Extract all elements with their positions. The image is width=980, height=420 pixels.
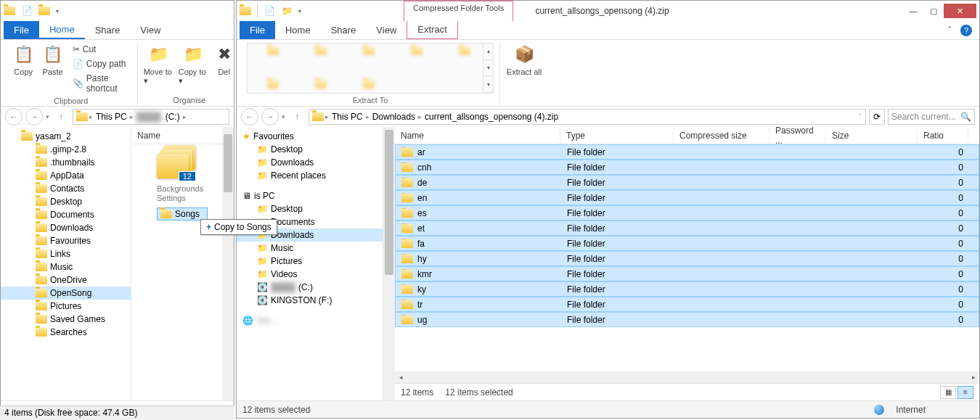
file-row[interactable]: enFile folder0 (395, 190, 979, 205)
file-row[interactable]: kyFile folder0 (395, 281, 979, 297)
tree-item[interactable]: AppData (1, 169, 131, 182)
crumb-thispc[interactable]: This PC (330, 112, 364, 122)
scrollbar-1[interactable] (222, 127, 234, 400)
col-csize[interactable]: Compressed size (674, 127, 769, 144)
tab-file[interactable]: File (240, 21, 275, 39)
crumb-blurred[interactable]: ████ (135, 112, 163, 122)
file-row[interactable]: esFile folder0 (395, 205, 979, 221)
tab-share[interactable]: Share (85, 21, 131, 39)
file-row[interactable]: kmrFile folder0 (395, 266, 979, 281)
tab-share[interactable]: Share (321, 21, 367, 39)
back-button[interactable]: ← (241, 108, 258, 125)
nav-drive-kingston[interactable]: 💽KINGSTON (F:) (237, 294, 383, 307)
tree-item[interactable]: Documents (1, 208, 131, 221)
file-list-1[interactable] (131, 144, 234, 400)
help-icon[interactable]: ? (960, 25, 972, 36)
breadcrumb-dropdown-icon[interactable]: ˅ (859, 113, 862, 120)
h-scrollbar[interactable]: ◂▸ (395, 371, 979, 383)
nav-thispc[interactable]: 🖥is PC (237, 189, 383, 202)
history-dropdown-icon[interactable]: ▾ (282, 113, 285, 120)
tree-item[interactable]: OpenSong (1, 287, 131, 300)
history-dropdown-icon[interactable]: ▾ (46, 113, 49, 120)
tree-item[interactable]: Music (1, 260, 131, 273)
forward-button[interactable]: → (25, 108, 43, 125)
new-folder-icon[interactable]: 📄 (21, 5, 33, 17)
nav-fav-item[interactable]: 📁Downloads (237, 156, 383, 169)
view-thumbnails-button[interactable]: ▦ (940, 386, 956, 399)
nav-fav-item[interactable]: 📁Desktop (237, 143, 383, 156)
file-row[interactable]: cnhFile folder0 (395, 160, 979, 175)
close-button[interactable]: ✕ (944, 4, 976, 18)
tree-item[interactable]: yasam_2 (1, 130, 131, 143)
tab-file[interactable]: File (4, 21, 39, 39)
nav-fav-item[interactable]: 📁Recent places (237, 169, 383, 182)
move-to-button[interactable]: 📁Move to ▾ (144, 43, 174, 86)
crumb-thispc[interactable]: This PC (94, 112, 128, 122)
copy-path-button[interactable]: 📄Copy path (70, 57, 131, 70)
col-name[interactable]: Name (131, 127, 234, 144)
tree-item[interactable]: .gimp-2.8 (1, 143, 131, 156)
qat-dropdown-icon[interactable]: ▾ (56, 8, 59, 15)
file-row[interactable]: faFile folder0 (395, 236, 979, 251)
col-ratio[interactable]: Ratio (918, 127, 968, 144)
crumb-drive[interactable]: (C:) (164, 112, 181, 122)
cut-button[interactable]: ✂Cut (70, 43, 131, 56)
tree-item[interactable]: .thumbnails (1, 156, 131, 169)
copy-to-button[interactable]: 📁Copy to ▾ (179, 43, 209, 86)
delete-button[interactable]: ✖Del (213, 43, 235, 76)
tab-home[interactable]: Home (39, 21, 85, 39)
breadcrumb-2[interactable]: ▸ This PC ▸ Downloads ▸ current_allsongs… (309, 109, 866, 125)
file-row[interactable]: hyFile folder0 (395, 251, 979, 266)
nav-pc-item[interactable]: 📁Videos (237, 268, 383, 281)
refresh-button[interactable]: ⟳ (869, 109, 885, 125)
tree-item[interactable]: Favourites (1, 234, 131, 247)
file-row[interactable]: ugFile folder0 (395, 312, 979, 327)
tree-item[interactable]: Pictures (1, 300, 131, 313)
tree-item[interactable]: Saved Games (1, 313, 131, 326)
nav-network[interactable]: 🌐Net... (237, 314, 383, 327)
tab-extract[interactable]: Extract (407, 20, 457, 39)
paste-shortcut-button[interactable]: 📎Paste shortcut (70, 72, 131, 95)
extract-destination-gallery[interactable]: ▴▾▾ (247, 43, 494, 94)
new-folder-icon[interactable]: 📁 (281, 5, 293, 17)
col-size[interactable]: Size (826, 127, 918, 144)
file-row[interactable]: trFile folder0 (395, 297, 979, 312)
crumb-zip[interactable]: current_allsongs_opensong (4).zip (423, 112, 560, 122)
tree-item[interactable]: Links (1, 247, 131, 260)
nav-scrollbar[interactable] (383, 127, 395, 400)
nav-pc-item[interactable]: 📁Desktop (237, 202, 383, 215)
file-row[interactable]: deFile folder0 (395, 175, 979, 190)
col-type[interactable]: Type (560, 127, 674, 144)
tree-item[interactable]: Downloads (1, 221, 131, 234)
tree-item[interactable]: OneDrive (1, 273, 131, 287)
tree-item[interactable]: Searches (1, 326, 131, 339)
tab-home[interactable]: Home (275, 21, 321, 39)
view-details-button[interactable]: ≡ (957, 386, 973, 399)
crumb-downloads[interactable]: Downloads (371, 112, 417, 122)
breadcrumb-1[interactable]: ▸ This PC ▸ ████ (C:) ▸ (73, 109, 229, 125)
file-row[interactable]: arFile folder0 (395, 144, 979, 160)
gallery-scroll[interactable]: ▴▾▾ (483, 44, 493, 93)
tree-item[interactable]: Contacts (1, 182, 131, 195)
nav-pc-item[interactable]: 📁Music (237, 242, 383, 255)
up-button[interactable]: ↑ (52, 108, 70, 125)
up-button[interactable]: ↑ (288, 108, 306, 125)
file-list-2[interactable]: arFile folder0cnhFile folder0deFile fold… (395, 144, 979, 371)
file-row[interactable]: etFile folder0 (395, 221, 979, 236)
back-button[interactable]: ← (5, 108, 23, 125)
maximize-button[interactable]: ▢ (923, 4, 944, 18)
nav-favourites[interactable]: ★Favourites (237, 130, 383, 143)
tab-view[interactable]: View (366, 21, 407, 39)
extract-all-button[interactable]: 📦 Extract all (506, 43, 542, 76)
tab-view[interactable]: View (130, 21, 171, 39)
tree-item[interactable]: Desktop (1, 195, 131, 208)
nav-pane-1[interactable]: yasam_2.gimp-2.8.thumbnailsAppDataContac… (1, 127, 131, 400)
nav-pc-item[interactable]: 📁Pictures (237, 255, 383, 268)
forward-button[interactable]: → (261, 108, 279, 125)
search-input[interactable]: Search current... 🔍 (888, 109, 975, 125)
nav-pane-2[interactable]: ★Favourites 📁Desktop📁Downloads📁Recent pl… (237, 127, 383, 400)
copy-button[interactable]: 📋Copy (11, 43, 36, 76)
qat-folder-icon[interactable] (38, 5, 50, 17)
paste-button[interactable]: 📋Paste (40, 43, 65, 76)
col-name[interactable]: Name (395, 127, 560, 144)
